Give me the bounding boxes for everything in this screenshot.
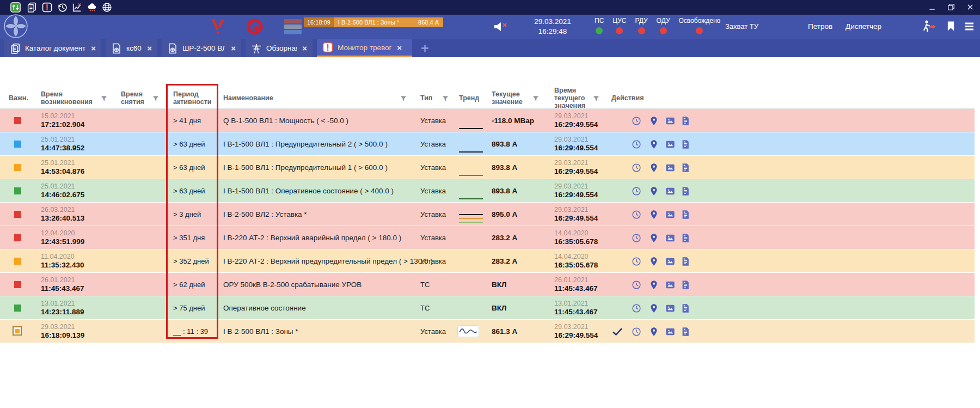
- location-action-icon[interactable]: [649, 280, 659, 290]
- col-occurrence-time[interactable]: Время возникновения: [41, 87, 98, 109]
- screenshot-action-icon[interactable]: [665, 139, 675, 149]
- screenshot-action-icon[interactable]: [665, 303, 675, 313]
- alarm-v-icon[interactable]: [211, 19, 224, 35]
- restore-button[interactable]: [947, 3, 955, 11]
- filter-icon[interactable]: [593, 95, 599, 102]
- history-action-icon[interactable]: [632, 280, 641, 290]
- alarm-box-icon[interactable]: [42, 2, 52, 13]
- screenshot-action-icon[interactable]: [665, 116, 675, 126]
- location-action-icon[interactable]: [649, 210, 659, 220]
- tab-close-icon[interactable]: ×: [91, 44, 96, 53]
- minimize-button[interactable]: [928, 3, 936, 11]
- report-action-icon[interactable]: [681, 280, 690, 290]
- col-activity-period[interactable]: Период активности: [173, 87, 215, 109]
- screenshot-action-icon[interactable]: [665, 280, 675, 290]
- active-alarm-banner[interactable]: 16:18:09 I В-2-500 ВЛ1 : Зоны * 860.4 А: [304, 17, 443, 27]
- alarm-row-6[interactable]: 12.04.202012:43:51.999> 351 дняI В-220 А…: [0, 226, 975, 249]
- screenshot-action-icon[interactable]: [665, 233, 675, 243]
- screenshot-action-icon[interactable]: [665, 186, 675, 196]
- close-window-button[interactable]: [966, 3, 975, 11]
- col-current-value[interactable]: Текущее значение: [492, 87, 530, 109]
- history-action-icon[interactable]: [632, 327, 641, 337]
- user-name[interactable]: Петров: [808, 22, 832, 31]
- screenshot-action-icon[interactable]: [665, 327, 675, 337]
- bookmark-icon[interactable]: [946, 20, 955, 32]
- user-role[interactable]: Диспетчер: [846, 22, 881, 31]
- history-action-icon[interactable]: [632, 186, 641, 196]
- location-action-icon[interactable]: [649, 116, 659, 126]
- report-action-icon[interactable]: [681, 139, 690, 149]
- alarm-row-7[interactable]: 11.04.202011:35:32.430> 352 днейI В-220 …: [0, 249, 975, 273]
- location-action-icon[interactable]: [649, 139, 659, 149]
- location-action-icon[interactable]: [649, 303, 659, 313]
- report-action-icon[interactable]: [681, 233, 690, 243]
- globe-icon[interactable]: [102, 2, 112, 13]
- col-value-time[interactable]: Время текущего значения: [554, 87, 592, 109]
- tab-1[interactable]: Каталог документов×: [4, 39, 101, 57]
- alarm-row-9[interactable]: 13.01.202114:23:11.889> 75 днейОперативн…: [0, 296, 975, 320]
- trend-sparkline[interactable]: [459, 198, 485, 199]
- alarm-row-8[interactable]: 26.01.202111:45:43.467> 62 днейОРУ 500кВ…: [0, 273, 975, 296]
- alarm-row-2[interactable]: 25.01.202114:47:38.952> 63 днейI В-1-500…: [0, 132, 975, 156]
- logout-icon[interactable]: [922, 20, 937, 34]
- history-icon[interactable]: [57, 2, 68, 13]
- transfer-icon[interactable]: [10, 2, 21, 13]
- trend-sparkline[interactable]: [459, 214, 485, 223]
- screenshot-action-icon[interactable]: [665, 257, 675, 266]
- filter-icon[interactable]: [101, 95, 107, 102]
- tab-close-icon[interactable]: ×: [147, 44, 152, 53]
- alarm-row-3[interactable]: 25.01.202114:53:04.876> 63 днейI В-1-500…: [0, 156, 975, 179]
- location-action-icon[interactable]: [649, 163, 659, 173]
- report-action-icon[interactable]: [681, 327, 690, 337]
- red-ring-icon[interactable]: [246, 18, 264, 35]
- menu-icon[interactable]: [964, 22, 975, 31]
- history-action-icon[interactable]: [632, 139, 641, 149]
- alarm-row-10[interactable]: 29.03.202116:18:09.139__ : 11 : 39I В-2-…: [0, 320, 975, 343]
- report-action-icon[interactable]: [681, 116, 690, 126]
- col-trend[interactable]: Тренд: [459, 87, 485, 109]
- tab-4[interactable]: Обзорная×: [246, 39, 313, 57]
- report-action-icon[interactable]: [681, 163, 690, 173]
- alarm-row-5[interactable]: 26.03.202113:26:40.513> 3 днейI В-2-500 …: [0, 203, 975, 226]
- cloud-status-icon[interactable]: [87, 2, 97, 13]
- col-name[interactable]: Наименование: [223, 87, 343, 109]
- tab-close-icon[interactable]: ×: [302, 44, 307, 53]
- history-action-icon[interactable]: [632, 257, 641, 266]
- filter-icon[interactable]: [400, 95, 407, 102]
- col-importance[interactable]: Важн.: [9, 87, 36, 109]
- new-tab-button[interactable]: [420, 44, 430, 53]
- screenshot-action-icon[interactable]: [665, 210, 675, 220]
- tab-close-icon[interactable]: ×: [397, 43, 402, 52]
- chart-icon[interactable]: [72, 2, 82, 13]
- history-action-icon[interactable]: [632, 163, 641, 173]
- report-action-icon[interactable]: [681, 303, 690, 313]
- report-action-icon[interactable]: [681, 257, 690, 266]
- location-action-icon[interactable]: [649, 186, 659, 196]
- sound-muted-icon[interactable]: [493, 20, 509, 33]
- trend-sparkline[interactable]: [459, 175, 485, 176]
- trend-sparkline[interactable]: [459, 128, 485, 129]
- history-action-icon[interactable]: [632, 210, 641, 220]
- history-action-icon[interactable]: [632, 116, 641, 126]
- filter-icon[interactable]: [532, 95, 539, 102]
- history-action-icon[interactable]: [632, 233, 641, 243]
- filter-icon[interactable]: [442, 95, 449, 102]
- history-action-icon[interactable]: [632, 303, 641, 313]
- location-action-icon[interactable]: [649, 327, 659, 337]
- alarm-row-4[interactable]: 25.01.202114:46:02.675> 63 днейI В-1-500…: [0, 179, 975, 203]
- report-action-icon[interactable]: [681, 186, 690, 196]
- copy-documents-icon[interactable]: [27, 2, 37, 13]
- tab-active-5[interactable]: Монитор тревог×: [317, 39, 412, 57]
- trend-sparkline[interactable]: [457, 325, 479, 337]
- tab-2[interactable]: кс601×: [106, 39, 157, 57]
- filter-icon[interactable]: [152, 95, 159, 102]
- capture-tu-label[interactable]: Захват ТУ: [725, 22, 758, 31]
- location-action-icon[interactable]: [649, 257, 659, 266]
- screenshot-action-icon[interactable]: [665, 163, 675, 173]
- trend-sparkline[interactable]: [459, 151, 485, 153]
- col-removal-time[interactable]: Время снятия: [121, 87, 152, 109]
- col-type[interactable]: Тип: [420, 87, 440, 109]
- alarm-row-1[interactable]: 15.02.202117:21:02.904> 41 дняQ В-1-500 …: [0, 109, 975, 132]
- tab-3[interactable]: ШР-2-500 ВЛ1×: [162, 39, 241, 57]
- location-action-icon[interactable]: [649, 233, 659, 243]
